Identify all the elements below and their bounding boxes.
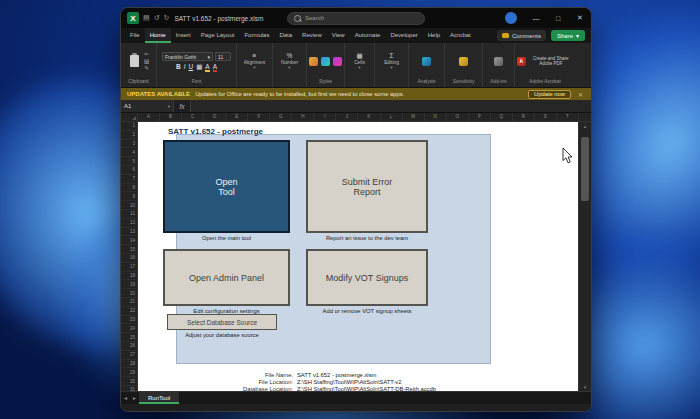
maximize-button[interactable]: □ — [547, 8, 569, 28]
row-header-5[interactable]: 5 — [121, 157, 137, 166]
column-header-c[interactable]: C — [182, 113, 204, 121]
row-header-21[interactable]: 21 — [121, 298, 137, 307]
ribbon-tab-view[interactable]: View — [327, 28, 350, 43]
row-header-9[interactable]: 9 — [121, 192, 137, 201]
scroll-down-icon[interactable]: ▾ — [584, 383, 587, 391]
column-header-m[interactable]: M — [403, 113, 425, 121]
row-header-12[interactable]: 12 — [121, 219, 137, 228]
open-admin-panel-button[interactable]: Open Admin Panel — [163, 249, 290, 306]
select-database-source-button[interactable]: Select Database Source — [167, 314, 277, 330]
column-header-l[interactable]: L — [381, 113, 403, 121]
column-header-r[interactable]: R — [513, 113, 535, 121]
font-color-button[interactable]: A — [213, 63, 217, 70]
row-header-8[interactable]: 8 — [121, 184, 137, 193]
open-tool-button[interactable]: Open Tool — [163, 140, 290, 233]
row-header-18[interactable]: 18 — [121, 272, 137, 281]
formula-input[interactable] — [191, 100, 591, 112]
row-header-17[interactable]: 17 — [121, 263, 137, 272]
sheet-nav-right-icon[interactable]: ▸ — [130, 392, 139, 404]
save-icon[interactable]: ▤ — [143, 8, 150, 28]
ribbon-tab-page-layout[interactable]: Page Layout — [196, 28, 240, 43]
row-header-2[interactable]: 2 — [121, 131, 137, 140]
row-header-23[interactable]: 23 — [121, 316, 137, 325]
row-header-26[interactable]: 26 — [121, 342, 137, 351]
row-header-7[interactable]: 7 — [121, 175, 137, 184]
minimize-button[interactable]: — — [525, 8, 547, 28]
row-header-10[interactable]: 10 — [121, 201, 137, 210]
addins-icon[interactable] — [494, 57, 503, 66]
row-header-29[interactable]: 29 — [121, 368, 137, 377]
column-header-h[interactable]: H — [292, 113, 314, 121]
alignment-collapsed-button[interactable]: ≡ Alignment ▾ — [244, 52, 265, 70]
row-header-28[interactable]: 28 — [121, 360, 137, 369]
format-painter-icon[interactable]: ✎ — [144, 65, 149, 71]
column-header-n[interactable]: N — [425, 113, 447, 121]
italic-button[interactable]: I — [184, 63, 186, 70]
row-header-15[interactable]: 15 — [121, 245, 137, 254]
ribbon-tab-formulas[interactable]: Formulas — [239, 28, 274, 43]
ribbon-tab-review[interactable]: Review — [297, 28, 327, 43]
column-header-e[interactable]: E — [226, 113, 248, 121]
editing-collapsed-button[interactable]: Σ Editing ▾ — [384, 52, 399, 70]
analyze-data-icon[interactable] — [422, 57, 431, 66]
row-header-3[interactable]: 3 — [121, 140, 137, 149]
format-as-table-icon[interactable] — [321, 57, 330, 66]
copy-icon[interactable]: ▤ — [144, 58, 149, 64]
row-header-6[interactable]: 6 — [121, 166, 137, 175]
underline-button[interactable]: U — [188, 63, 193, 70]
update-now-button[interactable]: Update now — [528, 90, 571, 99]
scrollbar-thumb[interactable] — [581, 137, 589, 201]
comments-button[interactable]: Comments — [497, 30, 546, 41]
cells-collapsed-button[interactable]: ▦ Cells ▾ — [354, 52, 365, 70]
ribbon-tab-home[interactable]: Home — [145, 28, 171, 43]
column-header-t[interactable]: T — [557, 113, 579, 121]
ribbon-tab-help[interactable]: Help — [423, 28, 445, 43]
column-header-f[interactable]: F — [248, 113, 270, 121]
account-avatar[interactable] — [505, 12, 517, 24]
update-message-link[interactable]: Updates for Office are ready to be insta… — [195, 91, 523, 97]
row-header-16[interactable]: 16 — [121, 254, 137, 263]
row-header-27[interactable]: 27 — [121, 351, 137, 360]
sheet-tab-runtool[interactable]: RunTool — [139, 392, 179, 404]
column-header-a[interactable]: A — [138, 113, 160, 121]
scroll-up-icon[interactable]: ▴ — [584, 122, 587, 130]
column-header-s[interactable]: S — [535, 113, 557, 121]
undo-icon[interactable]: ↺ — [154, 8, 160, 28]
select-all-corner[interactable] — [121, 113, 138, 121]
excel-app-icon[interactable]: X — [127, 12, 139, 24]
ribbon-tab-automate[interactable]: Automate — [350, 28, 386, 43]
column-header-o[interactable]: O — [447, 113, 469, 121]
row-header-30[interactable]: 30 — [121, 377, 137, 386]
sensitivity-icon[interactable] — [459, 57, 468, 66]
column-header-i[interactable]: I — [314, 113, 336, 121]
sheet-nav-left-icon[interactable]: ◂ — [121, 392, 130, 404]
close-button[interactable]: ✕ — [569, 8, 591, 28]
cell-styles-icon[interactable] — [333, 57, 342, 66]
insert-function-icon[interactable]: fx — [174, 100, 191, 112]
modify-vot-signups-button[interactable]: Modify VOT Signups — [306, 249, 428, 306]
row-header-20[interactable]: 20 — [121, 289, 137, 298]
number-collapsed-button[interactable]: % Number ▾ — [281, 52, 298, 70]
redo-icon[interactable]: ↻ — [164, 8, 170, 28]
name-box[interactable]: A1 ▾ — [121, 100, 174, 112]
ribbon-tab-insert[interactable]: Insert — [171, 28, 196, 43]
column-header-q[interactable]: Q — [491, 113, 513, 121]
row-header-11[interactable]: 11 — [121, 210, 137, 219]
row-header-14[interactable]: 14 — [121, 236, 137, 245]
row-header-25[interactable]: 25 — [121, 333, 137, 342]
fill-color-button[interactable]: A — [205, 63, 209, 70]
ribbon-tab-data[interactable]: Data — [274, 28, 297, 43]
column-header-d[interactable]: D — [204, 113, 226, 121]
dismiss-update-icon[interactable]: ✕ — [576, 91, 585, 98]
row-header-22[interactable]: 22 — [121, 307, 137, 316]
row-header-24[interactable]: 24 — [121, 324, 137, 333]
font-size-select[interactable]: 11 — [215, 52, 231, 61]
row-header-13[interactable]: 13 — [121, 228, 137, 237]
row-header-19[interactable]: 19 — [121, 280, 137, 289]
font-name-select[interactable]: Franklin Gothi ▾ — [162, 52, 213, 61]
column-header-j[interactable]: J — [336, 113, 358, 121]
column-header-g[interactable]: G — [270, 113, 292, 121]
ribbon-tab-file[interactable]: File — [125, 28, 145, 43]
borders-button[interactable]: ▦ — [196, 63, 202, 70]
bold-button[interactable]: B — [176, 63, 181, 70]
